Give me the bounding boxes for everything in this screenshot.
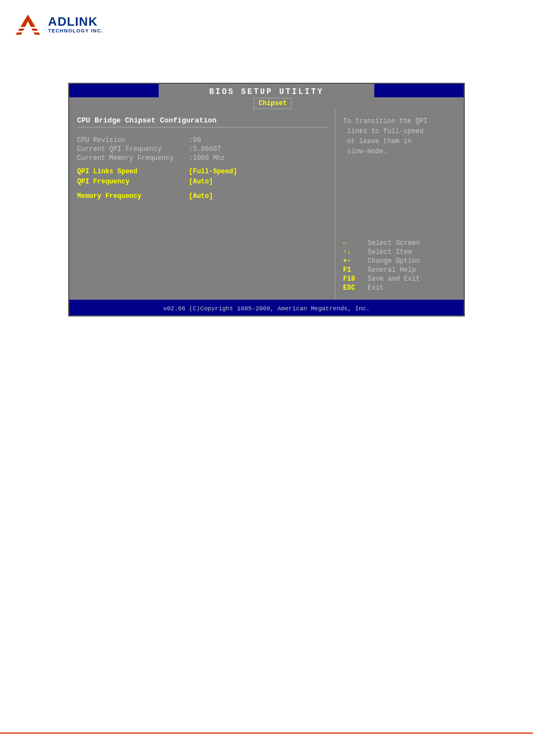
cpu-revision-value: :D0: [189, 136, 201, 144]
svg-rect-2: [16, 27, 40, 29]
key-plusminus: +-: [343, 257, 363, 265]
key-select-screen-desc: Select Screen: [368, 239, 420, 247]
section-title: CPU Bridge Chipset Configuration: [77, 116, 327, 127]
key-updown: ↑↓: [343, 248, 363, 256]
logo-text: ADLINK TECHNOLOGY INC.: [48, 16, 103, 34]
key-select-item: ↑↓ Select Item: [343, 248, 456, 256]
memory-frequency-row[interactable]: Memory Frequency [Auto]: [77, 192, 327, 200]
mem-freq-row: Current Memory Frequency :1066 Mhz: [77, 154, 327, 162]
memory-frequency-label: Memory Frequency: [77, 192, 189, 200]
key-esc-label: ESC: [343, 284, 363, 292]
key-f1-label: F1: [343, 266, 363, 274]
key-f1: F1 General Help: [343, 266, 456, 274]
svg-rect-3: [16, 31, 40, 32]
tab-chipset[interactable]: Chipset: [254, 98, 292, 109]
bios-title-bar: BIOS SETUP UTILITY: [69, 84, 464, 97]
key-esc: ESC Exit: [343, 284, 456, 292]
bios-left-panel: CPU Bridge Chipset Configuration CPU Rev…: [69, 110, 335, 300]
qpi-freq-value: :5.866GT: [189, 145, 221, 153]
cpu-revision-label: CPU Revision: [77, 136, 189, 144]
key-f10: F10 Save and Exit: [343, 275, 456, 283]
logo-area: ADLINK TECHNOLOGY INC.: [0, 0, 533, 49]
brand-tagline: TECHNOLOGY INC.: [48, 28, 103, 34]
bios-title: BIOS SETUP UTILITY: [209, 87, 323, 96]
qpi-frequency-value: [Auto]: [189, 178, 213, 186]
bios-right-panel: To transition the QPI links to full-spee…: [335, 110, 464, 300]
key-change-option: +- Change Option: [343, 257, 456, 265]
key-f10-desc: Save and Exit: [368, 275, 420, 283]
tab-bar: Chipset: [69, 97, 464, 110]
help-description: To transition the QPI links to full-spee…: [343, 116, 456, 157]
adlink-logo-icon: [13, 10, 42, 39]
bottom-decorative-line: [0, 733, 533, 734]
bios-body: CPU Bridge Chipset Configuration CPU Rev…: [69, 110, 464, 300]
bios-container: BIOS SETUP UTILITY Chipset CPU Bridge Ch…: [68, 83, 465, 316]
mem-freq-value: :1066 Mhz: [189, 154, 225, 162]
key-f1-desc: General Help: [368, 266, 416, 274]
key-arrow: ←: [343, 239, 363, 247]
key-f10-label: F10: [343, 275, 363, 283]
bios-footer: v02.66 (C)Copyright 1985-2009, American …: [69, 300, 464, 315]
qpi-frequency-label: QPI Frequency: [77, 178, 189, 186]
key-esc-desc: Exit: [368, 284, 384, 292]
brand-name: ADLINK: [48, 16, 103, 28]
key-change-option-desc: Change Option: [368, 257, 420, 265]
cpu-revision-row: CPU Revision :D0: [77, 136, 327, 144]
qpi-links-speed-label: QPI Links Speed: [77, 168, 189, 176]
qpi-links-speed-value: [Full-Speed]: [189, 168, 237, 176]
qpi-frequency-row[interactable]: QPI Frequency [Auto]: [77, 178, 327, 186]
qpi-freq-row: Current QPI Frequency :5.866GT: [77, 145, 327, 153]
memory-frequency-value: [Auto]: [189, 192, 213, 200]
key-select-item-desc: Select Item: [368, 248, 412, 256]
mem-freq-label: Current Memory Frequency: [77, 154, 189, 162]
footer-copyright: v02.66 (C)Copyright 1985-2009, American …: [163, 305, 370, 312]
qpi-links-speed-row[interactable]: QPI Links Speed [Full-Speed]: [77, 168, 327, 176]
key-select-screen: ← Select Screen: [343, 239, 456, 247]
key-help-section: ← Select Screen ↑↓ Select Item +- Change…: [343, 239, 456, 293]
qpi-freq-label: Current QPI Frequency: [77, 145, 189, 153]
